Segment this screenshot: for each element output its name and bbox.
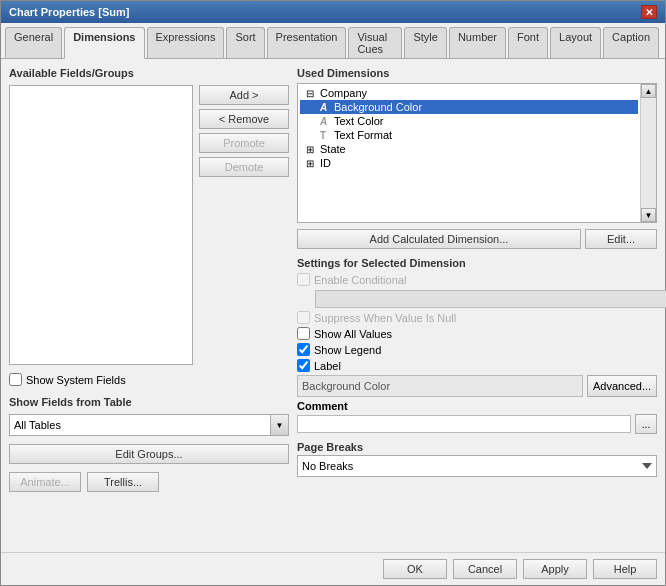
tab-bar: General Dimensions Expressions Sort Pres…	[1, 23, 665, 59]
bottom-bar: OK Cancel Apply Help	[1, 552, 665, 585]
close-button[interactable]: ✕	[641, 5, 657, 19]
page-breaks-section: Page Breaks No Breaks	[297, 437, 657, 477]
bg-color-icon: A	[320, 102, 332, 113]
company-minus-icon: ⊟	[306, 88, 318, 99]
tab-font[interactable]: Font	[508, 27, 548, 58]
comment-section: Comment ...	[297, 400, 657, 434]
settings-label: Settings for Selected Dimension	[297, 257, 657, 269]
tab-presentation[interactable]: Presentation	[267, 27, 347, 58]
id-label: ID	[320, 157, 331, 169]
all-tables-dropdown[interactable]: All Tables ▼	[9, 414, 289, 436]
all-tables-arrow-icon[interactable]: ▼	[270, 415, 288, 435]
comment-input-row: ...	[297, 414, 657, 434]
content-area: Available Fields/Groups Add > < Remove P…	[1, 59, 665, 552]
text-format-icon: T	[320, 130, 332, 141]
id-plus-icon: ⊞	[306, 158, 318, 169]
show-system-fields-row: Show System Fields	[9, 373, 289, 386]
window-title: Chart Properties [Sum]	[9, 6, 129, 18]
right-panel: Used Dimensions ⊟ Company	[297, 67, 657, 544]
tree-content: ⊟ Company A Background Color	[298, 84, 640, 222]
promote-button[interactable]: Promote	[199, 133, 289, 153]
ok-button[interactable]: OK	[383, 559, 447, 579]
left-buttons: Add > < Remove Promote Demote	[199, 85, 289, 365]
label-row: Label	[297, 359, 657, 372]
settings-section: Enable Conditional Suppress When Value I…	[297, 273, 657, 544]
tree-item-state[interactable]: ⊞ State	[300, 142, 638, 156]
show-all-values-label: Show All Values	[314, 328, 392, 340]
dim-buttons: Add Calculated Dimension... Edit...	[297, 229, 657, 249]
tab-layout[interactable]: Layout	[550, 27, 601, 58]
main-area: Available Fields/Groups Add > < Remove P…	[9, 67, 657, 544]
scroll-down-button[interactable]: ▼	[641, 208, 656, 222]
enable-conditional-row: Enable Conditional	[297, 273, 657, 286]
page-breaks-select[interactable]: No Breaks	[297, 455, 657, 477]
advanced-button[interactable]: Advanced...	[587, 375, 657, 397]
edit-dimension-button[interactable]: Edit...	[585, 229, 657, 249]
apply-button[interactable]: Apply	[523, 559, 587, 579]
title-bar: Chart Properties [Sum] ✕	[1, 1, 665, 23]
fields-label: Available Fields/Groups	[9, 67, 289, 79]
suppress-null-label: Suppress When Value Is Null	[314, 312, 456, 324]
show-system-fields-checkbox[interactable]	[9, 373, 22, 386]
text-color-label: Text Color	[334, 115, 384, 127]
tab-sort[interactable]: Sort	[226, 27, 264, 58]
label-checkbox[interactable]	[297, 359, 310, 372]
state-label: State	[320, 143, 346, 155]
tab-style[interactable]: Style	[404, 27, 446, 58]
cancel-button[interactable]: Cancel	[453, 559, 517, 579]
enable-conditional-label: Enable Conditional	[314, 274, 406, 286]
conditional-color-input[interactable]	[315, 290, 666, 308]
used-dimensions-label: Used Dimensions	[297, 67, 657, 79]
show-all-values-row: Show All Values	[297, 327, 657, 340]
tab-visual-cues[interactable]: Visual Cues	[348, 27, 402, 58]
remove-button[interactable]: < Remove	[199, 109, 289, 129]
tree-item-bg-color[interactable]: A Background Color	[300, 100, 638, 114]
show-fields-label: Show Fields from Table	[9, 396, 289, 408]
all-tables-text: All Tables	[10, 417, 270, 433]
left-panel: Available Fields/Groups Add > < Remove P…	[9, 67, 289, 544]
tree-item-company[interactable]: ⊟ Company	[300, 86, 638, 100]
text-format-label: Text Format	[334, 129, 392, 141]
tab-caption[interactable]: Caption	[603, 27, 659, 58]
add-calculated-dimension-button[interactable]: Add Calculated Dimension...	[297, 229, 581, 249]
scroll-up-button[interactable]: ▲	[641, 84, 656, 98]
enable-conditional-checkbox[interactable]	[297, 273, 310, 286]
show-system-fields-label: Show System Fields	[26, 374, 126, 386]
bg-color-label: Background Color	[334, 101, 422, 113]
label-input-section: Advanced...	[297, 375, 657, 397]
company-label: Company	[320, 87, 367, 99]
text-color-icon: A	[320, 116, 332, 127]
suppress-null-checkbox[interactable]	[297, 311, 310, 324]
state-plus-icon: ⊞	[306, 144, 318, 155]
show-legend-label: Show Legend	[314, 344, 381, 356]
tab-general[interactable]: General	[5, 27, 62, 58]
comment-ellipsis-button[interactable]: ...	[635, 414, 657, 434]
tree-item-text-color[interactable]: A Text Color	[300, 114, 638, 128]
comment-label: Comment	[297, 400, 348, 412]
label-input[interactable]	[297, 375, 583, 397]
trellis-button[interactable]: Trellis...	[87, 472, 159, 492]
tab-number[interactable]: Number	[449, 27, 506, 58]
tab-expressions[interactable]: Expressions	[147, 27, 225, 58]
tree-scrollbar: ▲ ▼	[640, 84, 656, 222]
show-legend-checkbox[interactable]	[297, 343, 310, 356]
tree-item-id[interactable]: ⊞ ID	[300, 156, 638, 170]
help-button[interactable]: Help	[593, 559, 657, 579]
label-text: Label	[314, 360, 341, 372]
available-fields-box[interactable]	[9, 85, 193, 365]
scroll-track	[641, 98, 656, 208]
page-breaks-label: Page Breaks	[297, 441, 657, 453]
add-button[interactable]: Add >	[199, 85, 289, 105]
comment-text-box[interactable]	[297, 415, 631, 433]
suppress-null-row: Suppress When Value Is Null	[297, 311, 657, 324]
show-all-values-checkbox[interactable]	[297, 327, 310, 340]
chart-properties-window: Chart Properties [Sum] ✕ General Dimensi…	[0, 0, 666, 586]
used-dimensions-tree[interactable]: ⊟ Company A Background Color	[297, 83, 657, 223]
animate-button[interactable]: Animate...	[9, 472, 81, 492]
demote-button[interactable]: Demote	[199, 157, 289, 177]
tab-dimensions[interactable]: Dimensions	[64, 27, 144, 59]
bottom-left-buttons: Animate... Trellis...	[9, 472, 289, 492]
edit-groups-button[interactable]: Edit Groups...	[9, 444, 289, 464]
show-legend-row: Show Legend	[297, 343, 657, 356]
tree-item-text-format[interactable]: T Text Format	[300, 128, 638, 142]
